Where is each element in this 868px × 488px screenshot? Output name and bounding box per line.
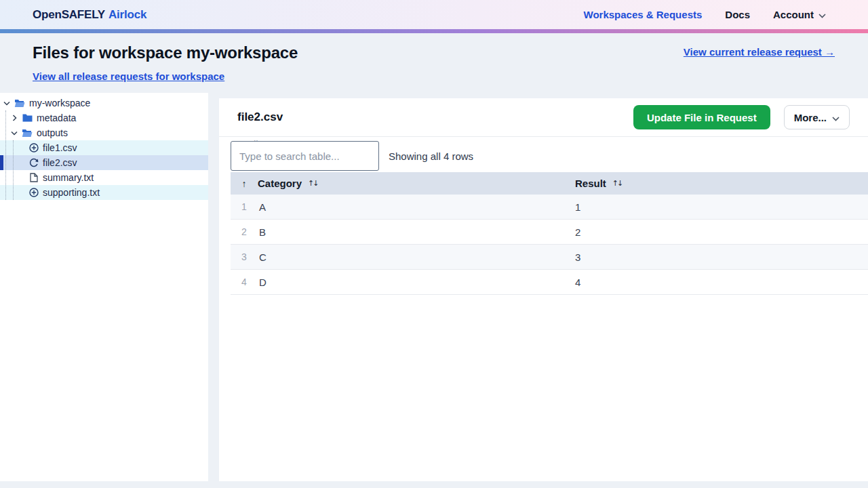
cell-category: A [258,201,575,213]
rows-summary: Showing all 4 rows [389,150,473,162]
tree-item-summary-txt[interactable]: summary.txt [0,170,208,185]
file-tree-sidebar: my-workspace metadata outputs file [0,93,208,481]
tree-item-supporting-txt[interactable]: supporting.txt [0,185,208,200]
tree-item-label: outputs [37,127,68,138]
tree-item-label: my-workspace [29,98,90,108]
tree-item-label: file1.csv [43,142,77,153]
nav-docs-link[interactable]: Docs [725,9,750,20]
tree-item-label: file2.csv [43,157,77,168]
row-index: 2 [231,226,258,237]
sort-icon: ↑↓ [308,179,317,188]
chevron-down-icon[interactable] [10,129,18,137]
nav-workspaces-requests-link[interactable]: Workspaces & Requests [584,9,703,20]
row-index: 4 [231,277,258,287]
tree-item-metadata[interactable]: metadata [0,110,208,125]
app-logo[interactable]: OpenSAFELYAirlock [33,8,146,22]
table-row: 1 A 1 [231,195,868,220]
column-label: Category [258,178,302,189]
table-row: 2 B 2 [231,220,868,245]
tree-guide-line [13,140,14,200]
csv-table: ↑ Category ↑↓ Result ↑↓ 1 A 1 2 B 2 3 C … [231,172,868,295]
logo-airlock: Airlock [108,8,146,21]
file-header: file2.csv Update File in Request More... [219,98,868,137]
account-label: Account [773,9,814,20]
table-row: 4 D 4 [231,270,868,295]
chevron-right-icon[interactable] [10,114,18,122]
cell-category: B [258,226,575,238]
cell-category: C [258,251,575,263]
cell-result: 1 [575,201,868,213]
tree-item-file2-csv[interactable]: file2.csv [0,155,208,170]
folder-open-icon [14,98,25,108]
column-label: Result [575,178,606,189]
file-actions: Update File in Request More... [633,105,850,129]
row-index: 1 [231,201,258,212]
selected-indicator-bar [0,155,3,170]
tree-item-label: supporting.txt [43,187,100,198]
view-all-release-requests-link[interactable]: View all release requests for workspace [33,70,224,82]
file-title: file2.csv [237,110,283,124]
tree-item-my-workspace[interactable]: my-workspace [0,96,208,110]
more-button-label: More... [794,112,827,123]
more-button[interactable]: More... [784,105,850,129]
update-file-in-request-button[interactable]: Update File in Request [633,105,770,129]
sort-icon: ↑↓ [612,179,622,188]
logo-opensafely: OpenSAFELY [33,8,105,21]
cell-category: D [258,277,575,288]
document-icon [28,173,39,183]
view-current-release-request-link[interactable]: View current release request → [684,46,835,58]
cell-result: 3 [575,251,868,263]
tree-item-file1-csv[interactable]: file1.csv [0,140,208,155]
page-header: Files for workspace my-workspace View al… [0,33,868,93]
column-header-category[interactable]: Category ↑↓ [258,178,575,189]
index-sort-icon[interactable]: ↑ [231,178,258,189]
cell-result: 2 [575,226,868,238]
tree-item-label: summary.txt [43,172,94,183]
nav-links: Workspaces & Requests Docs Account [584,9,826,20]
updated-icon [28,158,39,168]
table-header-row: ↑ Category ↑↓ Result ↑↓ [231,172,868,195]
row-index: 3 [231,251,258,262]
chevron-down-icon[interactable] [3,99,11,107]
table-toolbar: Loading Showing all 4 rows [219,137,868,172]
chevron-down-icon [818,9,826,20]
tree-guide-line [5,110,6,200]
table-row: 3 C 3 [231,245,868,270]
plus-circle-icon [28,188,39,198]
cell-result: 4 [575,277,868,288]
folder-open-icon [22,127,33,138]
account-menu[interactable]: Account [773,9,826,20]
tree-item-outputs[interactable]: outputs [0,125,208,140]
file-content-panel: file2.csv Update File in Request More...… [219,98,868,481]
tree-item-label: metadata [37,113,76,123]
navbar: OpenSAFELYAirlock Workspaces & Requests … [0,0,868,29]
chevron-down-icon [832,112,840,123]
file-tree: my-workspace metadata outputs file [0,96,208,200]
column-header-result[interactable]: Result ↑↓ [575,178,868,189]
folder-icon [22,113,33,123]
plus-circle-icon [28,143,39,153]
search-input[interactable] [231,141,379,171]
